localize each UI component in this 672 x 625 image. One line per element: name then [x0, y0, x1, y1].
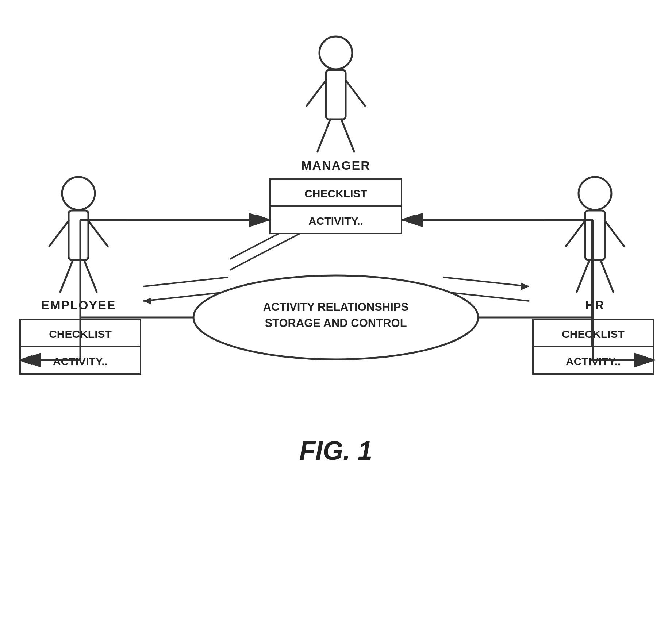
svg-rect-27	[20, 319, 141, 347]
diagram-svg: MANAGER CHECKLIST ACTIVITY.. EMPLOYEE CH…	[0, 0, 672, 625]
svg-rect-18	[270, 206, 402, 234]
svg-text:HR: HR	[585, 298, 604, 312]
svg-text:CHECKLIST: CHECKLIST	[49, 328, 112, 340]
svg-text:CHECKLIST: CHECKLIST	[562, 328, 625, 340]
svg-line-24	[60, 260, 73, 292]
svg-point-42	[193, 275, 478, 359]
svg-text:CHECKLIST: CHECKLIST	[304, 188, 367, 200]
svg-text:ACTIVITY..: ACTIVITY..	[308, 215, 363, 227]
svg-marker-2	[143, 297, 151, 305]
svg-line-4	[230, 215, 314, 259]
svg-line-36	[600, 260, 613, 292]
svg-rect-29	[20, 347, 141, 374]
svg-line-0	[143, 277, 228, 286]
svg-line-25	[84, 260, 97, 292]
svg-line-22	[49, 221, 69, 246]
svg-point-9	[319, 36, 352, 69]
svg-line-11	[307, 80, 326, 106]
svg-point-31	[579, 177, 611, 210]
svg-rect-16	[270, 179, 402, 206]
svg-line-8	[443, 292, 529, 301]
svg-text:ACTIVITY..: ACTIVITY..	[53, 355, 108, 367]
svg-rect-10	[326, 70, 346, 119]
svg-rect-38	[533, 319, 653, 347]
svg-line-12	[346, 80, 365, 106]
svg-line-13	[318, 119, 330, 151]
svg-text:MANAGER: MANAGER	[301, 158, 370, 172]
svg-rect-40	[533, 347, 653, 374]
svg-text:ACTIVITY RELATIONSHIPS: ACTIVITY RELATIONSHIPS	[263, 301, 408, 313]
svg-line-23	[88, 221, 108, 246]
svg-rect-21	[69, 211, 88, 260]
svg-text:STORAGE AND CONTROL: STORAGE AND CONTROL	[265, 317, 407, 329]
svg-rect-32	[585, 211, 605, 260]
svg-text:FIG. 1: FIG. 1	[299, 436, 372, 465]
connector-svg: FIG. 1	[0, 0, 672, 625]
arrows-svg	[0, 0, 672, 625]
svg-text:EMPLOYEE: EMPLOYEE	[41, 298, 116, 312]
svg-marker-7	[521, 283, 529, 290]
svg-line-14	[341, 119, 354, 151]
svg-line-34	[605, 221, 624, 246]
svg-text:ACTIVITY..: ACTIVITY..	[566, 355, 621, 367]
svg-line-35	[577, 260, 590, 292]
svg-line-33	[566, 221, 585, 246]
svg-line-1	[143, 292, 228, 301]
svg-marker-5	[307, 215, 314, 226]
svg-line-3	[230, 226, 314, 270]
svg-point-20	[62, 177, 95, 210]
svg-line-6	[443, 277, 529, 286]
